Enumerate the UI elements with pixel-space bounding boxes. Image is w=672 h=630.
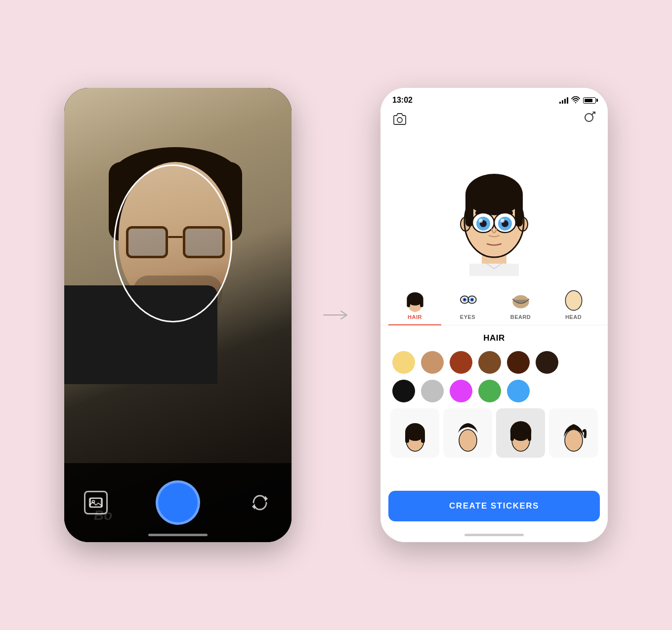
avatar-svg [440, 143, 548, 276]
color-blonde[interactable] [392, 351, 415, 374]
top-toolbar [380, 110, 608, 135]
tab-beard[interactable]: BEARD [494, 283, 547, 325]
hairstyle-option-1[interactable] [390, 408, 439, 458]
hairstyle-row [390, 408, 598, 458]
tab-hair[interactable]: HAIR [388, 283, 441, 325]
camera-icon[interactable] [392, 113, 407, 128]
color-blue[interactable] [507, 380, 530, 402]
color-pink[interactable] [450, 380, 472, 402]
color-auburn[interactable] [450, 351, 472, 374]
svg-point-39 [471, 299, 473, 301]
wifi-icon [571, 96, 580, 105]
hair-tab-label: HAIR [408, 314, 422, 320]
head-tab-label: HEAD [565, 314, 582, 320]
status-bar: 13:02 [380, 88, 608, 110]
hairstyle-option-4[interactable] [549, 408, 598, 458]
svg-point-23 [479, 219, 483, 223]
color-gray[interactable] [421, 380, 444, 402]
eyes-tab-icon [456, 287, 480, 312]
create-stickers-button[interactable]: CREATE STICKERS [388, 491, 600, 521]
svg-rect-32 [407, 299, 410, 307]
arrow-container [321, 308, 351, 322]
color-row-1 [390, 351, 598, 374]
svg-marker-2 [265, 496, 268, 502]
tab-head[interactable]: HEAD [547, 283, 600, 325]
capture-button[interactable] [156, 480, 200, 525]
tab-eyes[interactable]: EYES [441, 283, 494, 325]
phone-left-inner: Bo [64, 88, 292, 542]
create-stickers-container: CREATE STICKERS [380, 485, 608, 527]
color-green[interactable] [478, 380, 501, 402]
create-stickers-label: CREATE STICKERS [449, 501, 539, 511]
eyes-tab-label: EYES [460, 314, 475, 320]
color-row-2 [390, 380, 598, 402]
color-dark[interactable] [536, 351, 558, 374]
color-black[interactable] [392, 380, 415, 402]
svg-point-5 [397, 118, 402, 122]
customizer-title: HAIR [390, 333, 598, 343]
signal-icon [559, 97, 568, 104]
phone-left: Bo [64, 88, 292, 542]
svg-point-1 [92, 501, 95, 503]
face-detection-oval [114, 164, 232, 322]
color-brown[interactable] [478, 351, 501, 374]
head-tab-icon [561, 287, 586, 312]
battery-icon [583, 97, 596, 104]
feature-tabs: HAIR EYES [380, 283, 608, 325]
beard-tab-icon [508, 287, 533, 312]
battery-fill [585, 99, 592, 102]
beard-tab-label: BEARD [510, 314, 531, 320]
home-indicator-left [148, 534, 208, 536]
customizer-section: HAIR [380, 325, 608, 485]
home-bar [464, 534, 524, 536]
hairstyle-option-3[interactable] [496, 408, 545, 458]
svg-point-4 [575, 102, 576, 103]
flip-camera-icon[interactable] [248, 491, 272, 514]
svg-rect-0 [89, 498, 102, 507]
home-indicator-right [380, 527, 608, 542]
main-container: Bo [0, 0, 672, 630]
avatar-area [380, 135, 608, 283]
gender-icon[interactable] [583, 112, 596, 129]
hairstyle-option-2[interactable] [443, 408, 492, 458]
color-tan[interactable] [421, 351, 444, 374]
camera-controls [64, 463, 292, 542]
hair-tab-icon [403, 287, 427, 312]
status-icons [559, 96, 596, 105]
svg-point-36 [463, 299, 465, 301]
svg-point-24 [501, 219, 504, 223]
status-time: 13:02 [392, 96, 413, 105]
svg-rect-33 [420, 299, 423, 307]
gallery-icon[interactable] [84, 491, 108, 514]
direction-arrow [321, 308, 351, 322]
svg-marker-3 [252, 504, 255, 510]
phone-right: 13:02 [380, 88, 608, 542]
phone-right-inner: 13:02 [380, 88, 608, 542]
color-dark-brown[interactable] [507, 351, 530, 374]
